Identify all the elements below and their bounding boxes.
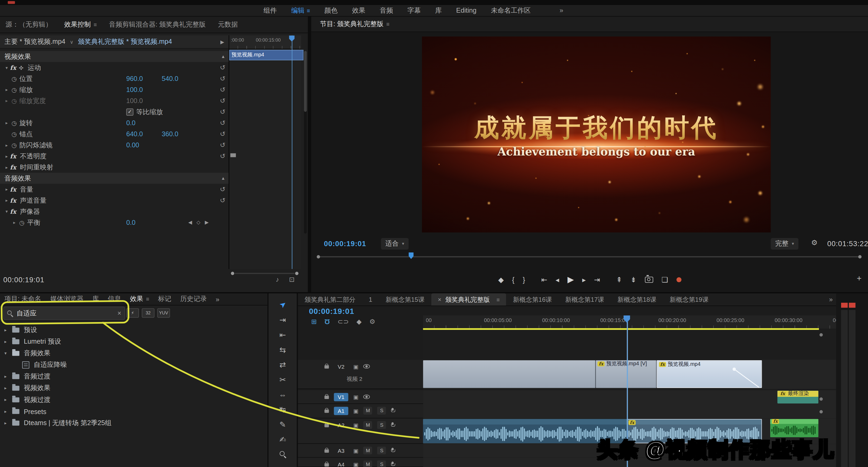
collapse-section-icon[interactable]: ▲ bbox=[221, 54, 225, 59]
export-frame-button[interactable] bbox=[645, 276, 653, 282]
mark-out-button[interactable]: } bbox=[523, 275, 525, 284]
scale-value[interactable]: 100.0 bbox=[126, 86, 143, 94]
effect-controls-timecode[interactable]: 00:00:19:01 bbox=[3, 276, 44, 284]
reset-icon[interactable]: ↺ bbox=[220, 119, 225, 127]
stopwatch-icon[interactable]: ◷ bbox=[10, 86, 18, 93]
sequence-tab-1[interactable]: 颁奖典礼第二部分 bbox=[298, 293, 362, 305]
tab-markers[interactable]: 标记 bbox=[158, 294, 172, 304]
zoom-handle-right[interactable] bbox=[295, 272, 299, 275]
disclosure-icon[interactable]: ▸ bbox=[4, 409, 10, 414]
fx-icon[interactable]: fx bbox=[10, 197, 19, 204]
effects-bin-dteams-transitions[interactable]: ▸ Dteams | 无缝转场 第2季25组 bbox=[0, 417, 267, 429]
solo-button[interactable]: S bbox=[377, 421, 386, 429]
clip-final-render-video[interactable]: fx最终渲染 bbox=[777, 391, 818, 403]
program-playhead[interactable] bbox=[409, 253, 414, 259]
sequence-tab-7[interactable]: 新概念第18课 bbox=[611, 293, 663, 305]
workspace-item-effects[interactable]: 效果 bbox=[352, 6, 365, 15]
slip-tool[interactable]: ⇔ bbox=[269, 390, 297, 399]
effect-controls-scrollbar[interactable] bbox=[304, 51, 307, 234]
opacity-fade-rubber-band[interactable] bbox=[732, 366, 760, 388]
selection-tool[interactable]: ➤ bbox=[269, 300, 297, 309]
sequence-tab-6[interactable]: 新概念第17课 bbox=[558, 293, 611, 305]
workspace-item-unnamed[interactable]: 未命名工作区 bbox=[491, 6, 531, 15]
panel-divider[interactable] bbox=[308, 16, 311, 293]
effect-label[interactable]: 音量 bbox=[20, 185, 33, 194]
effects-bin-presets-en[interactable]: ▸ Presets bbox=[0, 406, 267, 417]
checkbox-label[interactable]: 等比缩放 bbox=[136, 107, 163, 116]
clip-video-2[interactable]: fx预览视频.mp4 [V] bbox=[596, 360, 657, 388]
effects-search-input[interactable]: 自适应 × bbox=[3, 306, 125, 320]
tab-info[interactable]: 信息 bbox=[108, 294, 121, 304]
disclosure-icon[interactable]: ▸ bbox=[4, 328, 10, 333]
reset-icon[interactable]: ↺ bbox=[220, 152, 225, 160]
fx-icon[interactable]: fx bbox=[10, 153, 19, 160]
next-keyframe-icon[interactable]: ▶ bbox=[205, 220, 209, 225]
play-effects-icon[interactable]: ▶ bbox=[220, 39, 224, 44]
toggle-track-output-icon[interactable] bbox=[364, 364, 370, 369]
slide-tool[interactable]: ↹ bbox=[269, 405, 297, 414]
effect-item-adaptive-noise-reduction[interactable]: 自适应降噪 bbox=[0, 359, 267, 371]
position-y-value[interactable]: 540.0 bbox=[162, 75, 178, 82]
voiceover-record-icon[interactable] bbox=[391, 462, 395, 466]
sequence-tab-3[interactable]: 新概念第15课 bbox=[379, 293, 431, 305]
toggle-track-output-icon[interactable] bbox=[364, 395, 370, 399]
effect-label[interactable]: 声道音量 bbox=[20, 196, 47, 205]
disclosure-icon[interactable]: ▾ bbox=[3, 65, 10, 70]
lock-icon[interactable] bbox=[324, 365, 329, 369]
lock-icon[interactable] bbox=[324, 396, 329, 399]
tab-effect-controls[interactable]: 效果控制≡ bbox=[64, 20, 97, 30]
stopwatch-icon[interactable]: ◷ bbox=[10, 75, 18, 82]
track-target-v1[interactable]: V1 bbox=[334, 393, 348, 401]
disclosure-icon[interactable]: ▸ bbox=[3, 187, 10, 192]
sequence-tabs-overflow-icon[interactable]: » bbox=[829, 295, 833, 303]
effect-timeline-playhead[interactable] bbox=[292, 35, 292, 269]
workspace-item-editing-active[interactable]: 编辑≡ bbox=[291, 6, 310, 15]
disclosure-icon[interactable]: ▾ bbox=[4, 351, 10, 356]
workspace-item-audio[interactable]: 音频 bbox=[380, 6, 393, 15]
reset-icon[interactable]: ↺ bbox=[220, 64, 225, 71]
workspace-menu-icon[interactable]: ≡ bbox=[307, 7, 310, 13]
playback-resolution-select[interactable]: 完整 ▾ bbox=[771, 238, 798, 249]
disclosure-icon[interactable]: ▸ bbox=[3, 98, 10, 103]
workspace-item-components[interactable]: 组件 bbox=[264, 6, 277, 15]
track-target-a2[interactable]: A2 bbox=[334, 421, 348, 430]
effects-bin-audio-effects[interactable]: ▾ 音频效果 bbox=[0, 347, 267, 359]
tab-audio-clip-mixer[interactable]: 音频剪辑混合器: 颁奖典礼完整版 bbox=[109, 20, 206, 30]
scrollbar-knob[interactable] bbox=[819, 333, 823, 337]
sequence-tab-5[interactable]: 新概念第16课 bbox=[506, 293, 558, 305]
keyframe-chip[interactable] bbox=[230, 154, 236, 157]
mute-button[interactable]: M bbox=[364, 460, 373, 467]
anchor-y-value[interactable]: 360.0 bbox=[162, 130, 178, 138]
rolling-edit-tool[interactable]: ⇆ bbox=[269, 345, 297, 354]
program-timecode[interactable]: 00:00:19:01 bbox=[324, 240, 366, 248]
fx-icon[interactable]: fx bbox=[10, 64, 19, 71]
lock-icon[interactable] bbox=[324, 463, 329, 467]
tab-media-browser[interactable]: 媒体浏览器 bbox=[50, 294, 83, 304]
effect-label[interactable]: 声像器 bbox=[20, 207, 40, 216]
panel-menu-icon[interactable]: ≡ bbox=[386, 21, 390, 27]
sync-lock-icon[interactable]: ▣ bbox=[353, 421, 359, 430]
clip-final-render-audio[interactable]: fx bbox=[770, 419, 818, 437]
effect-controls-timeline[interactable]: :00:00 00:00:15:00 预览视频.mp4 bbox=[228, 35, 301, 269]
add-keyframe-icon[interactable]: ◇ bbox=[196, 220, 200, 225]
stopwatch-icon[interactable]: ◷ bbox=[10, 120, 18, 127]
reset-icon[interactable]: ↺ bbox=[220, 141, 225, 149]
disclosure-icon[interactable]: ▸ bbox=[4, 421, 10, 426]
position-x-value[interactable]: 960.0 bbox=[126, 75, 143, 82]
fx-icon[interactable]: fx bbox=[10, 164, 19, 171]
stopwatch-icon[interactable]: ◷ bbox=[18, 219, 26, 226]
reset-icon[interactable]: ↺ bbox=[220, 97, 225, 104]
reset-icon[interactable]: ↺ bbox=[220, 196, 225, 204]
sequence-tab-8[interactable]: 新概念第19课 bbox=[663, 293, 715, 305]
lock-icon[interactable] bbox=[324, 409, 329, 413]
disclosure-icon[interactable]: ▸ bbox=[3, 87, 10, 92]
ripple-edit-tool[interactable]: ⇤ bbox=[269, 331, 297, 339]
program-scrubber-track[interactable] bbox=[319, 256, 860, 257]
clip-video-1[interactable] bbox=[423, 360, 596, 388]
disclosure-icon[interactable]: ▸ bbox=[3, 142, 10, 147]
play-audio-icon[interactable]: ♪ bbox=[276, 276, 279, 283]
project-tabs-overflow-icon[interactable]: » bbox=[216, 295, 219, 303]
sequence-clip-label[interactable]: 颁奖典礼完整版 * 预览视频.mp4 bbox=[78, 37, 172, 47]
sync-lock-icon[interactable]: ▣ bbox=[353, 393, 359, 401]
track-target-v2[interactable]: V2 bbox=[334, 362, 348, 371]
